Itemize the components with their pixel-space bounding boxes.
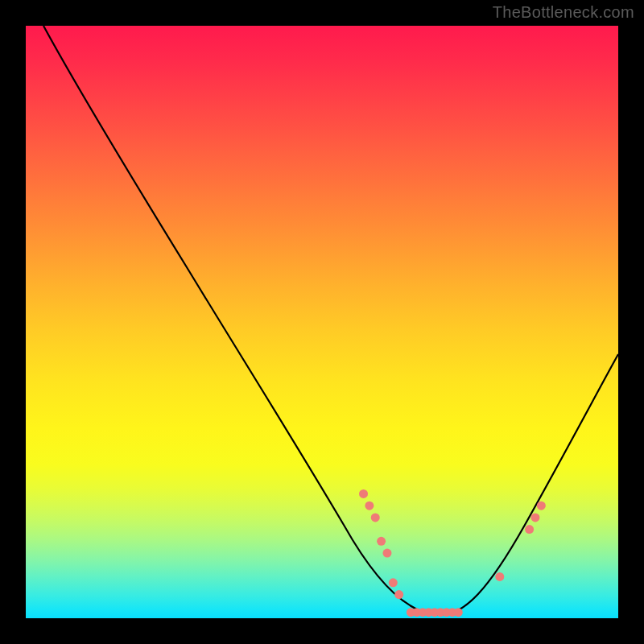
chart-svg [26,26,618,618]
curve-marker [394,590,403,599]
curve-marker [359,489,368,498]
curve-markers [359,489,546,617]
curve-marker [389,578,398,587]
chart-plot-area [26,26,618,618]
attribution-text: TheBottleneck.com [493,3,634,22]
curve-marker [530,513,539,522]
curve-marker [365,502,374,510]
curve-marker [537,502,546,510]
curve-marker [377,537,386,546]
curve-marker [371,513,380,522]
curve-marker [382,549,391,558]
curve-marker [495,572,504,581]
curve-marker [525,525,534,534]
curve-marker [454,608,463,617]
